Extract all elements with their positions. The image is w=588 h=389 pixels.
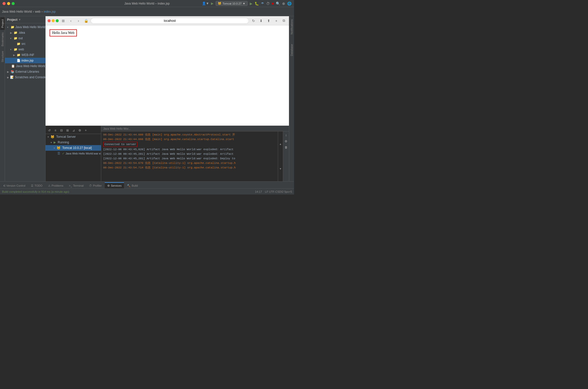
- log-gear-btn[interactable]: ⚙: [283, 139, 289, 144]
- svc-artifact-label: Java Web Hello World:war exploded [Sync: [66, 152, 101, 155]
- tree-item-webinf[interactable]: ▶ 📁 WEB-INF: [5, 52, 45, 58]
- toolbar-share-btn[interactable]: 🌐: [287, 2, 291, 6]
- browser-back-btn[interactable]: ‹: [68, 18, 74, 24]
- svc-running-label: Running: [58, 141, 69, 144]
- browser-security-btn[interactable]: 🔒: [83, 18, 89, 24]
- tree-item-idea[interactable]: ▶ 📁 .idea: [5, 30, 45, 35]
- svc-tree-tomcat-local[interactable]: ▾ 🐱 Tomcat 10.0.27 [local]: [46, 145, 101, 151]
- left-tab-project[interactable]: Project: [0, 17, 5, 30]
- address-bar[interactable]: [91, 18, 249, 24]
- arrow-icon: ▾: [10, 37, 13, 40]
- sidebar-dropdown-icon[interactable]: ▼: [18, 18, 21, 21]
- left-tab-bookmarks[interactable]: Bookmarks: [0, 30, 5, 48]
- scroll-down-btn[interactable]: ▼: [278, 157, 283, 182]
- tree-item-root[interactable]: ▾ 📁 Java Web Hello World: [5, 24, 45, 30]
- status-line-col[interactable]: 14:17: [255, 190, 262, 193]
- title-bar: Java Web Hello World – index.jsp 👤▼ ▶ 🐱 …: [0, 0, 294, 7]
- tab-problems[interactable]: ⚠ Problems: [46, 182, 66, 188]
- breadcrumb-project[interactable]: Java Web Hello World: [2, 10, 32, 13]
- problems-icon: ⚠: [48, 184, 51, 187]
- arrow-icon: ▶: [7, 76, 9, 79]
- browser-windows-btn[interactable]: ⧉: [281, 18, 287, 24]
- log-clear-btn[interactable]: 🗑: [283, 145, 289, 150]
- svc-tree-running[interactable]: ▾ ▶ Running: [46, 140, 101, 145]
- tree-item-extlibs[interactable]: ▶ 📚 External Libraries: [5, 69, 45, 74]
- breadcrumb-web[interactable]: web: [35, 10, 40, 13]
- browser-close[interactable]: [48, 19, 51, 22]
- minimize-button[interactable]: [7, 2, 10, 5]
- browser-refresh-btn[interactable]: ↻: [250, 18, 257, 24]
- toolbar-run-btn[interactable]: ▶: [250, 2, 253, 6]
- browser-max[interactable]: [56, 19, 59, 22]
- svc-tomcat-server-label: Tomcat Server: [56, 135, 76, 139]
- browser-min[interactable]: [52, 19, 55, 22]
- svc-add-btn[interactable]: +: [83, 128, 89, 133]
- log-body: 06-Dec-2022 21:43:44.660 信息 [main] org.a…: [101, 131, 289, 181]
- toolbar-icon-1[interactable]: 👤▼: [202, 2, 209, 5]
- right-tab-notifications[interactable]: Notifications: [289, 17, 294, 36]
- toolbar-bug-btn[interactable]: 🐛: [255, 2, 259, 6]
- log-line-5: [2022-12-06 09:43:45,201] Artifact Java …: [103, 152, 276, 156]
- services-toolbar: ↺ ≡ ⊟ ⊞ ⊿ ⚙ +: [46, 127, 101, 134]
- log-scroll-lock-btn[interactable]: ↕: [283, 132, 289, 138]
- log-line-7: 06-Dec-2022 21:43:54.670 信息 [Catalina-ut…: [103, 161, 276, 165]
- maximize-button[interactable]: [12, 2, 15, 5]
- toolbar-search-btn[interactable]: 🔍: [276, 2, 280, 6]
- toolbar-plus-btn[interactable]: ⊕: [282, 2, 285, 6]
- browser-download-btn[interactable]: ⬇: [258, 18, 264, 24]
- toolbar-profile-btn[interactable]: ⏱: [266, 2, 270, 6]
- svc-collapse-btn[interactable]: ⊟: [59, 128, 64, 133]
- tree-label-src: src: [22, 42, 26, 46]
- browser-sidebar-btn[interactable]: ⊞: [60, 18, 66, 24]
- svc-tree-artifact[interactable]: ☰ ✓ Java Web Hello World:war exploded [S…: [46, 151, 101, 156]
- breadcrumb-sep2: ›: [41, 10, 43, 13]
- left-tab-structure[interactable]: Structure: [0, 49, 5, 64]
- tree-item-web[interactable]: ▾ 📁 web: [5, 47, 45, 52]
- tab-build[interactable]: 🔨 Build: [124, 182, 140, 188]
- svc-reload-btn[interactable]: ↺: [47, 128, 52, 133]
- breadcrumb-file[interactable]: index.jsp: [44, 10, 55, 13]
- close-button[interactable]: [3, 2, 6, 5]
- log-line-8: 06-Dec-2022 21:43:54.714 信息 [Catalina-ut…: [103, 165, 276, 170]
- browser-forward-btn[interactable]: ›: [75, 18, 81, 24]
- log-action-buttons: ↕ ⚙ 🗑: [283, 131, 289, 181]
- tab-profiler[interactable]: ⏱ Profiler: [87, 182, 104, 188]
- svc-filter-btn[interactable]: ⊿: [71, 128, 76, 133]
- svc-tree-tomcat-server[interactable]: ▾ 🐱 Tomcat Server: [46, 134, 101, 140]
- tree-item-out[interactable]: ▾ 📁 out: [5, 35, 45, 41]
- tree-item-src[interactable]: 📁 src: [5, 41, 45, 47]
- svc-expand-btn[interactable]: ≡: [53, 128, 58, 133]
- svc-settings-btn[interactable]: ⚙: [77, 128, 82, 133]
- arrow-icon: ▶: [10, 31, 13, 34]
- right-tab-database[interactable]: Database: [289, 42, 294, 58]
- run-icon: ▶: [54, 141, 56, 144]
- tree-item-scratches[interactable]: ▶ 📝 Scratches and Consoles: [5, 74, 45, 80]
- tree-item-indexjsp[interactable]: 📄 index.jsp: [5, 58, 45, 63]
- browser-share-btn[interactable]: ⬆: [266, 18, 272, 24]
- tomcat-local-icon: 🐱: [57, 146, 60, 150]
- log-area[interactable]: 06-Dec-2022 21:43:44.660 信息 [main] org.a…: [101, 131, 278, 181]
- window-title: Java Web Hello World – index.jsp: [124, 2, 170, 5]
- tab-terminal[interactable]: >_ Terminal: [66, 182, 86, 188]
- log-panel: Java Web Hello Wor... 06-Dec-2022 21:43:…: [101, 126, 289, 181]
- toolbar-stop-btn[interactable]: ■: [272, 2, 274, 6]
- svc-group-btn[interactable]: ⊞: [65, 128, 70, 133]
- scroll-up-btn[interactable]: ▲: [278, 131, 283, 157]
- tab-version-control[interactable]: ⑆ Version Control: [1, 182, 28, 188]
- browser-newtab-btn[interactable]: +: [273, 18, 279, 24]
- status-encoding[interactable]: LF UTF-CSDI2 5px+5: [265, 190, 292, 193]
- log-line-3: Connected to server: [103, 142, 276, 147]
- svc-arrow-icon: ▾: [48, 135, 49, 138]
- folder-icon: 📁: [11, 25, 14, 29]
- log-header: Java Web Hello Wor...: [101, 126, 289, 131]
- run-config-button[interactable]: 🐱 Tomcat 10.0.27 ▼: [216, 1, 247, 6]
- tree-item-iml[interactable]: 📋 Java Web Hello World.iml: [5, 63, 45, 69]
- toolbar-coverage-btn[interactable]: ☂: [261, 2, 264, 6]
- tab-todo[interactable]: ☰ TODO: [28, 182, 45, 188]
- tab-profiler-label: Profiler: [93, 184, 102, 187]
- folder-icon: 📁: [14, 31, 17, 34]
- right-sidebar: Notifications Database: [289, 16, 294, 181]
- tomcat-icon: 🐱: [218, 2, 221, 5]
- toolbar-icon-2[interactable]: ▶: [211, 2, 214, 5]
- tab-services[interactable]: ⚙ Services: [105, 182, 124, 188]
